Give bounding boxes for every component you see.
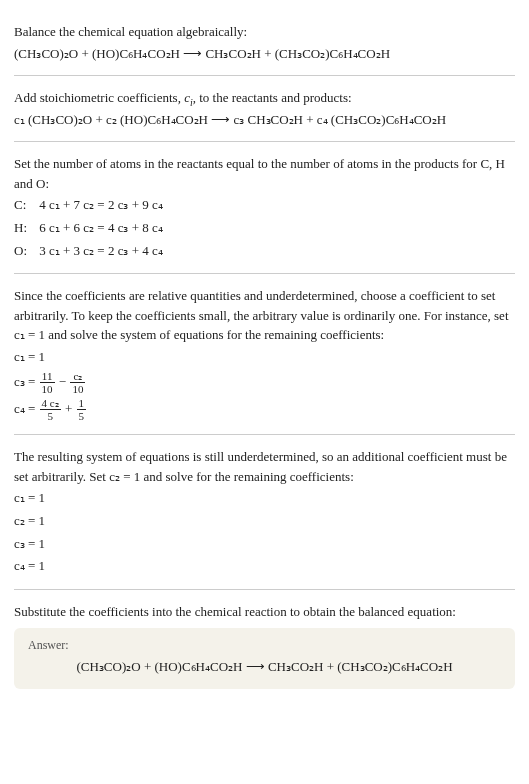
c3-lhs: c₃ = (14, 373, 39, 388)
balance-row-h: H: 6 c₁ + 6 c₂ = 4 c₃ + 8 c₄ (14, 218, 515, 239)
section-solve-first: Since the coefficients are relative quan… (14, 274, 515, 435)
balance-row-c: C: 4 c₁ + 7 c₂ = 2 c₃ + 9 c₄ (14, 195, 515, 216)
elem-label-c: C: (14, 195, 36, 216)
eq-c3: c₃ = 11 10 − c₂ 10 (14, 370, 515, 395)
ci-symbol: ci (184, 90, 193, 105)
final-c4: c₄ = 1 (14, 556, 515, 577)
eq-c4: c₄ = 4 c₂ 5 + 1 5 (14, 397, 515, 422)
c4-frac1-den: 5 (40, 410, 61, 422)
section-atom-balance: Set the number of atoms in the reactants… (14, 142, 515, 274)
intro-equation: (CH₃CO)₂O + (HO)C₆H₄CO₂H ⟶ CH₃CO₂H + (CH… (14, 44, 515, 64)
final-c1: c₁ = 1 (14, 488, 515, 509)
section-add-coefficients: Add stoichiometric coefficients, ci, to … (14, 76, 515, 142)
answer-intro-text: Substitute the coefficients into the che… (14, 602, 515, 622)
atom-balance-text: Set the number of atoms in the reactants… (14, 154, 515, 193)
solve-second-text: The resulting system of equations is sti… (14, 447, 515, 486)
section-solve-second: The resulting system of equations is sti… (14, 435, 515, 590)
c3-frac2-num: c₂ (70, 370, 85, 383)
c4-frac2: 1 5 (77, 397, 87, 422)
c3-frac1-num: 11 (40, 370, 55, 383)
add-coeff-text: Add stoichiometric coefficients, ci, to … (14, 88, 515, 108)
balance-row-o: O: 3 c₁ + 3 c₂ = 2 c₃ + 4 c₄ (14, 241, 515, 262)
final-c2: c₂ = 1 (14, 511, 515, 532)
c4-lhs: c₄ = (14, 400, 39, 415)
intro-text: Balance the chemical equation algebraica… (14, 22, 515, 42)
answer-equation: (CH₃CO)₂O + (HO)C₆H₄CO₂H ⟶ CH₃CO₂H + (CH… (28, 659, 501, 675)
c4-plus: + (65, 400, 76, 415)
c3-minus: − (59, 373, 70, 388)
elem-eq-c: 4 c₁ + 7 c₂ = 2 c₃ + 9 c₄ (39, 197, 163, 212)
text-part-b: , to the reactants and products: (193, 90, 352, 105)
c4-frac1: 4 c₂ 5 (40, 397, 61, 422)
elem-eq-o: 3 c₁ + 3 c₂ = 2 c₃ + 4 c₄ (39, 243, 163, 258)
elem-eq-h: 6 c₁ + 6 c₂ = 4 c₃ + 8 c₄ (39, 220, 163, 235)
answer-label: Answer: (28, 638, 501, 653)
final-c3: c₃ = 1 (14, 534, 515, 555)
text-part-a: Add stoichiometric coefficients, (14, 90, 184, 105)
c4-frac2-den: 5 (77, 410, 87, 422)
c4-frac1-num: 4 c₂ (40, 397, 61, 410)
eq-c1: c₁ = 1 (14, 347, 515, 368)
coeff-equation: c₁ (CH₃CO)₂O + c₂ (HO)C₆H₄CO₂H ⟶ c₃ CH₃C… (14, 110, 515, 130)
answer-box: Answer: (CH₃CO)₂O + (HO)C₆H₄CO₂H ⟶ CH₃CO… (14, 628, 515, 689)
section-answer: Substitute the coefficients into the che… (14, 590, 515, 699)
c3-frac2: c₂ 10 (70, 370, 85, 395)
c3-frac1-den: 10 (40, 383, 55, 395)
solve-first-text: Since the coefficients are relative quan… (14, 286, 515, 345)
section-balance-intro: Balance the chemical equation algebraica… (14, 10, 515, 76)
c3-frac2-den: 10 (70, 383, 85, 395)
c3-frac1: 11 10 (40, 370, 55, 395)
elem-label-o: O: (14, 241, 36, 262)
elem-label-h: H: (14, 218, 36, 239)
c4-frac2-num: 1 (77, 397, 87, 410)
